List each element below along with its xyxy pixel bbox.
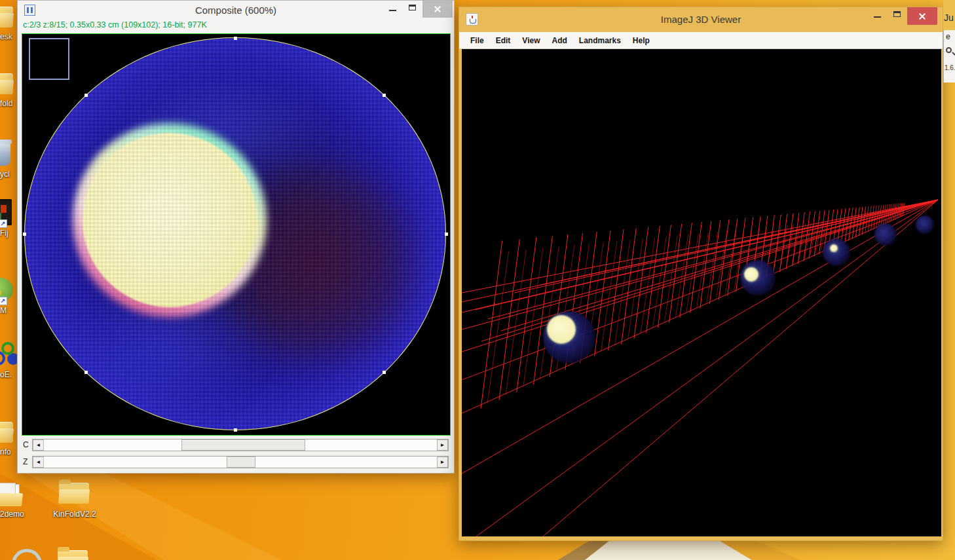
composite-titlebar[interactable]: Composite (600%) (18, 1, 454, 20)
cell-nucleus (547, 315, 576, 344)
folder-icon (0, 73, 13, 94)
folder-icon (0, 422, 13, 443)
composite-window: Composite (600%) c:2/3 z:8/15; 0.35x0.33… (17, 0, 455, 474)
folder-icon (59, 483, 89, 504)
viewer-titlebar[interactable]: ImageJ 3D Viewer (459, 7, 943, 32)
z-scrollbar-thumb[interactable] (227, 457, 255, 468)
red-wireframe (462, 49, 941, 536)
scroll-right-arrow[interactable]: ► (437, 439, 448, 451)
menu-item-help[interactable]: Help (627, 36, 656, 45)
scroll-left-arrow[interactable]: ◄ (33, 439, 44, 451)
rectangle-roi[interactable] (29, 38, 69, 80)
folder-icon (0, 7, 13, 28)
scroll-left-arrow[interactable]: ◄ (33, 457, 44, 468)
shortcut-arrow-icon: ↗ (0, 297, 7, 305)
cell-sprite (874, 223, 897, 246)
recycle-bin-icon (0, 142, 10, 166)
cell-sprite (740, 260, 776, 295)
background-window-version-fragment: 1.6. (945, 64, 955, 71)
selection-handle[interactable] (234, 37, 237, 40)
z-scrollbar-track[interactable] (44, 457, 437, 468)
selection-handle[interactable] (445, 233, 448, 236)
desktop-icon-2demo[interactable]: 2demo (0, 480, 42, 519)
channel-scrollbar[interactable]: ◄ ► (32, 439, 449, 451)
background-imagej-window[interactable]: Ju e 1.6. (943, 0, 955, 84)
molecule-icon (0, 342, 16, 367)
close-button[interactable] (907, 7, 937, 25)
selection-handle[interactable] (383, 94, 386, 97)
desktop-icon-kinfold[interactable]: KinFoldV2.2 (47, 480, 102, 519)
z-scrollbar-label: Z (18, 457, 28, 466)
z-scrollbar[interactable]: ◄ ► (32, 456, 449, 468)
shortcut-arrow-icon: ↗ (0, 219, 7, 228)
minimize-button[interactable] (383, 1, 403, 15)
folder-icon-partial[interactable] (58, 550, 88, 560)
viewer-3d-canvas[interactable] (462, 49, 941, 536)
background-window-menu-fragment: e (946, 32, 950, 41)
background-window-body: e 1.6. (943, 30, 955, 83)
cell-sprite (543, 311, 595, 364)
maximize-button[interactable] (403, 1, 422, 15)
magnifier-tool-icon[interactable] (946, 47, 952, 53)
menu-item-edit[interactable]: Edit (490, 36, 517, 45)
z-scrollbar-row: Z ◄ ► (18, 454, 454, 470)
channel-scrollbar-label: C (18, 440, 28, 449)
menu-item-landmarks[interactable]: Landmarks (573, 36, 627, 45)
menu-item-file[interactable]: File (464, 36, 490, 45)
desktop-icon-label: 2demo (0, 510, 42, 519)
ring-icon-partial[interactable] (12, 549, 42, 560)
menu-item-view[interactable]: View (516, 36, 546, 45)
close-button[interactable] (422, 1, 453, 18)
documents-folder-icon (0, 483, 22, 505)
maximize-button[interactable] (888, 7, 907, 22)
minimize-button[interactable] (868, 7, 888, 22)
background-window-title-fragment: Ju (944, 12, 954, 23)
cell-sprite (823, 238, 850, 266)
image-status-text: c:2/3 z:8/15; 0.35x0.33 cm (109x102); 16… (18, 20, 454, 33)
cell-nucleus (744, 267, 758, 282)
selection-handle[interactable] (383, 371, 386, 374)
cell-sprite (916, 215, 934, 234)
cell-nucleus (830, 244, 838, 252)
desktop-icon-label: KinFoldV2.2 (47, 510, 102, 519)
selection-handle[interactable] (23, 233, 26, 236)
image-canvas[interactable] (22, 33, 451, 436)
channel-scrollbar-row: C ◄ ► (18, 437, 454, 453)
scroll-right-arrow[interactable]: ► (437, 457, 448, 468)
viewer-3d-window: ImageJ 3D Viewer FileEditViewAddLandmark… (459, 7, 943, 541)
desktop: esk fold ycl ↗ Fij ↗ M oE. nfo 2demo Kin… (0, 0, 955, 560)
selection-handle[interactable] (84, 94, 88, 97)
channel-scrollbar-track[interactable] (44, 439, 437, 451)
channel-scrollbar-thumb[interactable] (181, 439, 305, 451)
viewer-menu-bar: FileEditViewAddLandmarksHelp (459, 32, 943, 49)
selection-handle[interactable] (84, 371, 88, 374)
menu-item-add[interactable]: Add (546, 36, 572, 45)
selection-handle[interactable] (234, 428, 237, 432)
